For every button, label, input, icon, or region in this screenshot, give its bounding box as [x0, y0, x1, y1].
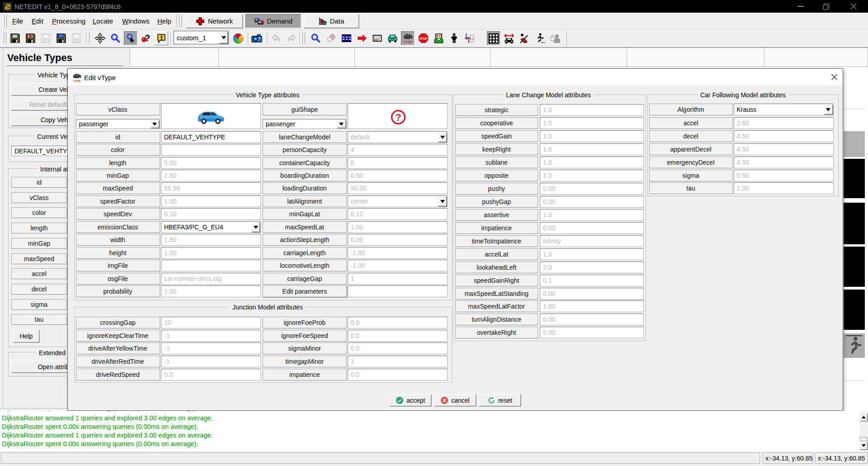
svg-text:?: ?	[395, 112, 401, 123]
svg-text:TYPE: TYPE	[404, 41, 412, 43]
svg-text:TYPE: TYPE	[73, 80, 80, 82]
svg-text:STOP: STOP	[419, 37, 427, 40]
